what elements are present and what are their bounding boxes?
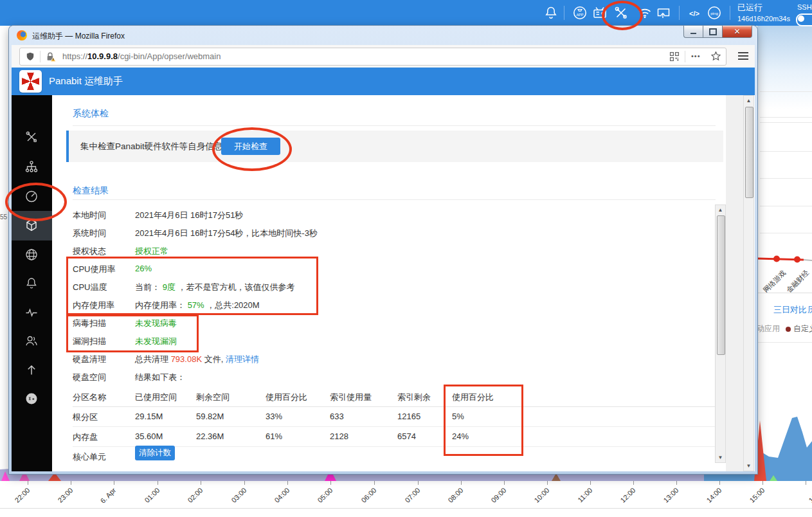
col-header: 已使用空间 bbox=[135, 392, 177, 403]
page-gutter bbox=[726, 95, 743, 471]
annotation-box-scans bbox=[66, 314, 199, 352]
result-row-local-time: 本地时间 2021年4月6日 16时17分51秒 bbox=[12, 210, 715, 228]
lock-warning-icon[interactable] bbox=[44, 51, 56, 62]
scroll-up-arrow[interactable]: ▲ bbox=[716, 205, 725, 215]
qr-code-icon[interactable] bbox=[669, 51, 680, 62]
tab-three-day-compare[interactable]: 三日对比 bbox=[773, 304, 807, 316]
background-partial-text: 55 bbox=[0, 213, 7, 221]
health-check-description: 集中检查Panabit硬件软件等自身信息 bbox=[80, 131, 222, 162]
app-header: Panabit 运维助手 bbox=[12, 68, 755, 95]
firefox-window: 运维助手 — Mozilla Firefox ✕ https://1 bbox=[9, 26, 757, 474]
section-title-results: 检查结果 bbox=[73, 185, 109, 197]
x-axis-label: 04:00 bbox=[262, 486, 291, 515]
health-check-box: 集中检查Panabit硬件软件等自身信息 开始检查 bbox=[66, 131, 723, 162]
svg-text:ping: ping bbox=[710, 11, 718, 15]
legend-dot-icon bbox=[786, 327, 791, 332]
table-cell: 33% bbox=[266, 412, 282, 421]
x-axis-label: 6. Apr bbox=[88, 486, 117, 515]
table-footer-label: 核心单元 bbox=[73, 451, 106, 463]
table-cell: 内存盘 bbox=[73, 431, 98, 443]
ssh-toggle[interactable] bbox=[796, 14, 812, 26]
tab-partial[interactable]: 历 bbox=[807, 304, 812, 316]
annotation-circle-sidebar-check bbox=[5, 183, 67, 221]
red-line-chart bbox=[757, 252, 812, 268]
clean-details-link[interactable]: 清理详情 bbox=[226, 354, 259, 364]
shield-icon[interactable] bbox=[25, 51, 35, 62]
x-axis-label: 22:00 bbox=[2, 486, 31, 515]
result-row-system-time: 系统时间 2021年4月6日 16时17分54秒，比本地时间快-3秒 bbox=[12, 228, 715, 246]
more-options-icon[interactable]: ••• bbox=[691, 48, 701, 64]
scrollbar-thumb[interactable] bbox=[745, 107, 753, 198]
result-row-disk-clean: 硬盘清理 总共清理 793.08K 文件, 清理详情 bbox=[12, 354, 715, 372]
maximize-button[interactable] bbox=[703, 26, 722, 38]
table-cell: 12165 bbox=[397, 412, 420, 421]
app-brand: Panabit 运维助手 bbox=[49, 75, 123, 87]
bookmark-star-icon[interactable] bbox=[710, 51, 721, 62]
annotation-box-cpu-memory bbox=[66, 257, 318, 315]
x-axis-label: 23:00 bbox=[45, 486, 74, 515]
point-label: 网络游戏 bbox=[761, 268, 788, 295]
system-taskbar: APP </> ping 已运行 146d16h20m3 bbox=[0, 0, 812, 26]
legend-custom[interactable]: 自定义 bbox=[786, 323, 812, 334]
x-axis-label: 03:00 bbox=[219, 486, 248, 515]
x-axis-label: 02:00 bbox=[175, 486, 204, 515]
annotation-circle-tools-icon bbox=[602, 1, 643, 30]
ping-icon[interactable]: ping bbox=[707, 5, 722, 21]
menu-hamburger-icon[interactable] bbox=[734, 49, 752, 63]
screen: 55 网络游戏 金融财经 三日对比 历 移动应用 自定义 bbox=[0, 0, 812, 517]
annotation-box-usage-column bbox=[444, 385, 523, 456]
url-bar[interactable]: https://10.9.9.8/cgi-bin/App/opser/webma… bbox=[19, 48, 726, 66]
x-axis-label: 06:00 bbox=[348, 486, 377, 515]
x-axis-label: 01:00 bbox=[132, 486, 161, 515]
table-cell: 633 bbox=[330, 412, 344, 421]
bell-icon[interactable] bbox=[543, 5, 559, 21]
app-market-icon[interactable]: APP bbox=[572, 5, 588, 21]
scroll-up-arrow[interactable]: ▲ bbox=[744, 96, 753, 105]
col-header: 剩余空间 bbox=[196, 392, 230, 403]
x-axis-label: 07:00 bbox=[392, 486, 421, 515]
window-titlebar[interactable]: 运维助手 — Mozilla Firefox ✕ bbox=[9, 26, 757, 45]
col-header: 分区名称 bbox=[73, 392, 106, 403]
scroll-down-arrow[interactable]: ▼ bbox=[716, 453, 725, 462]
x-axis-label: 05:00 bbox=[305, 486, 334, 515]
sidebar-item-topology[interactable] bbox=[24, 159, 39, 174]
close-button[interactable]: ✕ bbox=[722, 26, 752, 38]
table-cell: 2128 bbox=[330, 431, 348, 441]
minimize-button[interactable] bbox=[683, 26, 703, 38]
table-cell: 29.15M bbox=[135, 412, 163, 421]
col-header-index-remain[interactable]: 索引剩余 bbox=[397, 392, 431, 403]
x-axis-label: 09:00 bbox=[478, 486, 507, 515]
background-glow bbox=[757, 26, 812, 109]
x-axis-label: 12:00 bbox=[608, 486, 636, 515]
sidebar-item-tools[interactable] bbox=[24, 130, 39, 144]
disk-table: 分区名称 已使用空间 剩余空间 使用百分比 索引使用量 索引剩余 使用百分比 根… bbox=[12, 392, 715, 471]
x-axis-label: 08:00 bbox=[435, 486, 464, 515]
scrollbar-thumb[interactable] bbox=[717, 215, 725, 355]
panabit-logo bbox=[19, 70, 42, 93]
x-axis-label: 11:00 bbox=[564, 486, 593, 515]
result-row-disk-space: 硬盘空间 结果如下表： bbox=[12, 372, 715, 390]
results-scrollbar[interactable]: ▲ ▼ bbox=[715, 204, 726, 463]
table-cell: 22.36M bbox=[196, 431, 224, 441]
window-title: 运维助手 — Mozilla Firefox bbox=[32, 31, 125, 42]
col-header: 索引使用量 bbox=[330, 392, 372, 403]
page-scrollbar[interactable]: ▲ ▼ bbox=[743, 95, 754, 471]
umbrella-icon bbox=[22, 73, 39, 90]
legend-mobile-apps[interactable]: 移动应用 bbox=[757, 323, 780, 334]
uptime-value: 146d16h20m34s bbox=[737, 14, 790, 23]
table-cell: 根分区 bbox=[73, 412, 98, 423]
table-cell: 35.60M bbox=[135, 431, 163, 441]
browser-toolbar: https://10.9.9.8/cgi-bin/App/opser/webma… bbox=[12, 45, 755, 68]
x-axis-label: 10:00 bbox=[521, 486, 550, 515]
firefox-icon bbox=[17, 30, 27, 41]
x-axis-label: 13:00 bbox=[651, 486, 680, 515]
table-cell: 6574 bbox=[397, 431, 416, 441]
clear-counter-button[interactable]: 清除计数 bbox=[135, 446, 175, 460]
section-title-health-check: 系统体检 bbox=[73, 108, 109, 120]
x-axis-label: 14:00 bbox=[694, 486, 723, 515]
point-label: 金融财经 bbox=[784, 268, 811, 295]
cast-screen-icon[interactable] bbox=[656, 5, 671, 21]
code-icon[interactable]: </> bbox=[687, 5, 702, 21]
ssh-label: SSH bbox=[797, 3, 812, 12]
scroll-down-arrow[interactable]: ▼ bbox=[744, 461, 753, 471]
